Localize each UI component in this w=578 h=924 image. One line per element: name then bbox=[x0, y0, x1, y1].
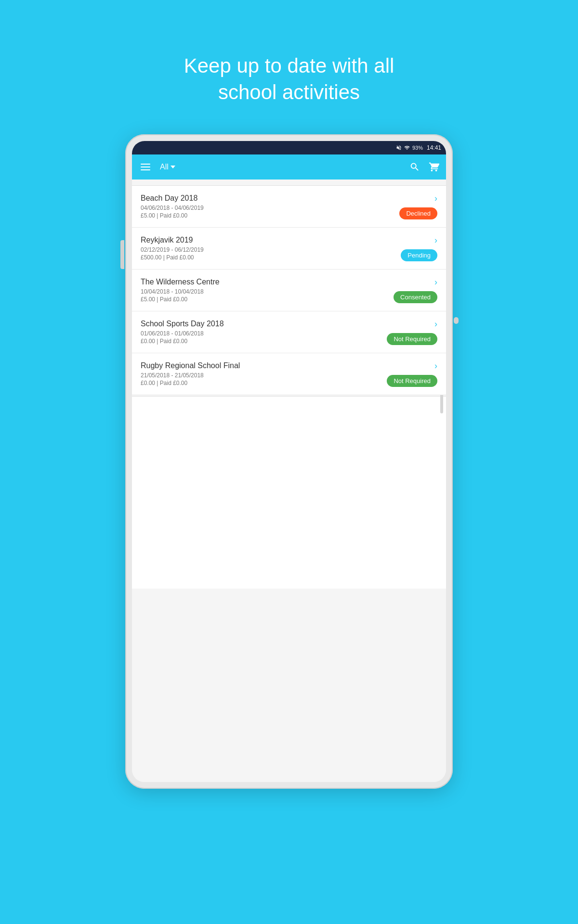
activity-price: £0.00 | Paid £0.00 bbox=[141, 338, 382, 345]
activity-date: 21/05/2018 - 21/05/2018 bbox=[141, 372, 382, 379]
chevron-right-icon: › bbox=[434, 277, 437, 287]
activity-name: Rugby Regional School Final bbox=[141, 361, 382, 370]
status-time: 14:41 bbox=[427, 144, 441, 151]
search-button[interactable] bbox=[409, 162, 420, 172]
chevron-right-icon: › bbox=[434, 319, 437, 329]
chevron-right-icon: › bbox=[434, 235, 437, 245]
battery-level: 93% bbox=[412, 145, 423, 151]
activity-info: Reykjavik 2019 02/12/2019 - 06/12/2019 £… bbox=[141, 236, 396, 261]
activity-name: Reykjavik 2019 bbox=[141, 236, 396, 244]
activity-info: The Wilderness Centre 10/04/2018 - 10/04… bbox=[141, 278, 389, 303]
tablet-scroll-indicator bbox=[454, 317, 459, 324]
tablet-device: 93% 14:41 All bbox=[125, 134, 453, 789]
activity-price: £5.00 | Paid £0.00 bbox=[141, 212, 394, 219]
status-badge: Pending bbox=[401, 249, 437, 261]
activities-list: Beach Day 2018 04/06/2018 - 04/06/2019 £… bbox=[132, 185, 446, 395]
cart-button[interactable] bbox=[429, 162, 439, 172]
activity-right: › Not Required bbox=[387, 319, 437, 345]
status-badge: Not Required bbox=[387, 375, 437, 387]
activity-item[interactable]: The Wilderness Centre 10/04/2018 - 10/04… bbox=[132, 270, 446, 311]
status-badge: Declined bbox=[399, 207, 437, 219]
app-bar-actions bbox=[409, 162, 439, 172]
chevron-right-icon: › bbox=[434, 193, 437, 204]
content-area[interactable]: Beach Day 2018 04/06/2018 - 04/06/2019 £… bbox=[132, 180, 446, 782]
activity-item[interactable]: Reykjavik 2019 02/12/2019 - 06/12/2019 £… bbox=[132, 228, 446, 270]
activity-date: 04/06/2018 - 04/06/2019 bbox=[141, 205, 394, 211]
activity-price: £0.00 | Paid £0.00 bbox=[141, 380, 382, 386]
filter-dropdown[interactable]: All bbox=[157, 161, 178, 173]
status-bar-icons: 93% 14:41 bbox=[396, 144, 441, 151]
mute-icon bbox=[396, 145, 402, 151]
signal-icon bbox=[404, 145, 410, 151]
activity-date: 02/12/2019 - 06/12/2019 bbox=[141, 246, 396, 253]
page-title: Keep up to date with all school activiti… bbox=[184, 53, 394, 105]
chevron-down-icon bbox=[171, 166, 175, 168]
status-bar: 93% 14:41 bbox=[132, 141, 446, 154]
tablet-screen: 93% 14:41 All bbox=[132, 141, 446, 782]
hamburger-button[interactable] bbox=[139, 162, 152, 172]
activity-info: Rugby Regional School Final 21/05/2018 -… bbox=[141, 361, 382, 386]
activity-name: School Sports Day 2018 bbox=[141, 320, 382, 328]
activity-price: £5.00 | Paid £0.00 bbox=[141, 296, 389, 303]
activity-name: Beach Day 2018 bbox=[141, 194, 394, 203]
search-icon bbox=[409, 162, 420, 172]
activity-right: › Pending bbox=[401, 235, 437, 261]
cart-icon bbox=[429, 162, 439, 172]
activity-right: › Consented bbox=[394, 277, 437, 303]
activity-item[interactable]: Rugby Regional School Final 21/05/2018 -… bbox=[132, 353, 446, 395]
activity-info: Beach Day 2018 04/06/2018 - 04/06/2019 £… bbox=[141, 194, 394, 219]
activity-date: 01/06/2018 - 01/06/2018 bbox=[141, 330, 382, 337]
activity-info: School Sports Day 2018 01/06/2018 - 01/0… bbox=[141, 320, 382, 345]
chevron-right-icon: › bbox=[434, 361, 437, 371]
activity-item[interactable]: School Sports Day 2018 01/06/2018 - 01/0… bbox=[132, 311, 446, 353]
activity-item[interactable]: Beach Day 2018 04/06/2018 - 04/06/2019 £… bbox=[132, 185, 446, 228]
empty-area bbox=[132, 396, 446, 589]
activity-right: › Declined bbox=[399, 193, 437, 219]
app-bar: All bbox=[132, 154, 446, 180]
activity-date: 10/04/2018 - 10/04/2018 bbox=[141, 288, 389, 295]
status-badge: Not Required bbox=[387, 333, 437, 345]
activity-right: › Not Required bbox=[387, 361, 437, 387]
activity-price: £500.00 | Paid £0.00 bbox=[141, 254, 396, 261]
activity-name: The Wilderness Centre bbox=[141, 278, 389, 286]
status-badge: Consented bbox=[394, 291, 437, 303]
filter-label: All bbox=[160, 163, 169, 171]
